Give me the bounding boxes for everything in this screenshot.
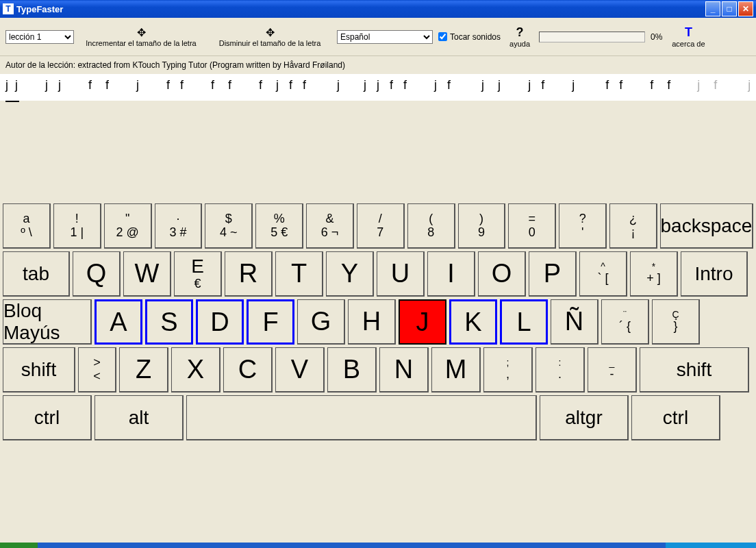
- key-num-5[interactable]: %5 €: [255, 203, 303, 249]
- key-R[interactable]: R: [225, 251, 273, 297]
- key-ctrl-left[interactable]: ctrl: [3, 395, 92, 440]
- key-P[interactable]: P: [529, 251, 577, 297]
- key-M[interactable]: M: [431, 347, 481, 393]
- key-tab[interactable]: tab: [3, 251, 70, 297]
- key-space[interactable]: [186, 395, 537, 440]
- key-L[interactable]: L: [500, 299, 548, 345]
- lesson-author: Autor de la lección: extracted from KTou…: [0, 56, 756, 74]
- key-altgr[interactable]: altgr: [540, 395, 629, 440]
- contract-icon: ✥: [266, 26, 275, 39]
- close-button[interactable]: ✕: [738, 1, 753, 16]
- key-num-0[interactable]: aº \: [3, 203, 51, 249]
- key-num-11[interactable]: ?': [559, 203, 607, 249]
- key-shift-left[interactable]: shift: [3, 347, 75, 393]
- titlebar: T TypeFaster _ □ ✕: [0, 0, 756, 18]
- maximize-button[interactable]: □: [722, 1, 737, 16]
- key-num-3[interactable]: ·3 #: [155, 203, 203, 249]
- key-D[interactable]: D: [196, 299, 244, 345]
- key-S[interactable]: S: [145, 299, 193, 345]
- help-icon: ?: [516, 25, 524, 40]
- virtual-keyboard: aº \!1 |"2 @·3 #$4 ~%5 €&6 ¬/7(8)9=0?'¿¡…: [0, 203, 756, 440]
- key-V[interactable]: V: [275, 347, 325, 393]
- progress-percent: 0%: [651, 32, 662, 42]
- key-num-4[interactable]: $4 ~: [205, 203, 253, 249]
- key-U[interactable]: U: [377, 251, 425, 297]
- key-capslock[interactable]: Bloq Mayús: [3, 299, 92, 345]
- practice-text: j j j j f f j f f f f f j f f j j j f f …: [5, 78, 670, 92]
- key-O[interactable]: O: [478, 251, 526, 297]
- practice-text-area: j j j j f f j f f f f f j f f j j j f f …: [0, 74, 756, 101]
- key-X[interactable]: X: [171, 347, 220, 393]
- window-title: TypeFaster: [16, 4, 63, 14]
- key-num-6[interactable]: &6 ¬: [306, 203, 354, 249]
- help-button[interactable]: ? ayuda: [506, 21, 533, 53]
- key-T[interactable]: T: [275, 251, 323, 297]
- key-accent[interactable]: ¨´ {: [601, 299, 649, 345]
- key-grave[interactable]: ^` [: [579, 251, 627, 297]
- key-num-10[interactable]: =0: [508, 203, 556, 249]
- play-sounds-input[interactable]: [438, 32, 447, 41]
- key-I[interactable]: I: [427, 251, 475, 297]
- key-comma[interactable]: ;,: [483, 347, 533, 393]
- key-shift-right[interactable]: shift: [640, 347, 749, 393]
- key-num-8[interactable]: (8: [407, 203, 455, 249]
- expand-icon: ✥: [137, 26, 146, 39]
- minimize-button[interactable]: _: [705, 1, 720, 16]
- key-plus[interactable]: *+ ]: [630, 251, 678, 297]
- key-C[interactable]: C: [223, 347, 273, 393]
- app-icon: T: [3, 3, 14, 14]
- key-alt[interactable]: alt: [94, 395, 184, 440]
- increase-font-button[interactable]: ✥ Incrementar el tamaño de la letra: [79, 21, 203, 53]
- key-Q[interactable]: Q: [73, 251, 121, 297]
- practice-remaining: j f j j: [673, 78, 756, 92]
- key-ctrl-right[interactable]: ctrl: [631, 395, 720, 440]
- key-W[interactable]: W: [123, 251, 171, 297]
- key-N[interactable]: N: [379, 347, 429, 393]
- key-G[interactable]: G: [297, 299, 345, 345]
- key-num-2[interactable]: "2 @: [104, 203, 152, 249]
- key-enter[interactable]: Intro: [681, 251, 748, 297]
- key-angle[interactable]: ><: [78, 347, 116, 393]
- progress-bar: [539, 32, 645, 42]
- key-backspace[interactable]: backspace: [660, 203, 753, 249]
- key-Z[interactable]: Z: [119, 347, 168, 393]
- key-dash[interactable]: _-: [588, 347, 637, 393]
- decrease-font-button[interactable]: ✥ Disminuir el tamaño de la letra: [208, 21, 331, 53]
- toolbar: lección 1 ✥ Incrementar el tamaño de la …: [0, 18, 756, 56]
- key-A[interactable]: A: [94, 299, 142, 345]
- taskbar[interactable]: [0, 543, 756, 548]
- key-Y[interactable]: Y: [326, 251, 374, 297]
- key-B[interactable]: B: [327, 347, 377, 393]
- about-icon: T: [685, 25, 692, 40]
- key-E[interactable]: E€: [174, 251, 222, 297]
- key-num-7[interactable]: /7: [357, 203, 405, 249]
- key-period[interactable]: :.: [536, 347, 585, 393]
- key-F[interactable]: F: [247, 299, 294, 345]
- language-select[interactable]: Español: [337, 30, 433, 44]
- key-Ñ[interactable]: Ñ: [551, 299, 598, 345]
- key-cedilla[interactable]: Ç}: [652, 299, 700, 345]
- play-sounds-checkbox[interactable]: Tocar sonidos: [438, 32, 501, 42]
- key-num-9[interactable]: )9: [458, 203, 506, 249]
- key-J[interactable]: J: [399, 299, 446, 345]
- key-num-12[interactable]: ¿¡: [609, 203, 657, 249]
- key-K[interactable]: K: [449, 299, 497, 345]
- about-button[interactable]: T acerca de: [668, 21, 709, 53]
- key-num-1[interactable]: !1 |: [53, 203, 101, 249]
- key-H[interactable]: H: [348, 299, 396, 345]
- lesson-select[interactable]: lección 1: [5, 30, 74, 44]
